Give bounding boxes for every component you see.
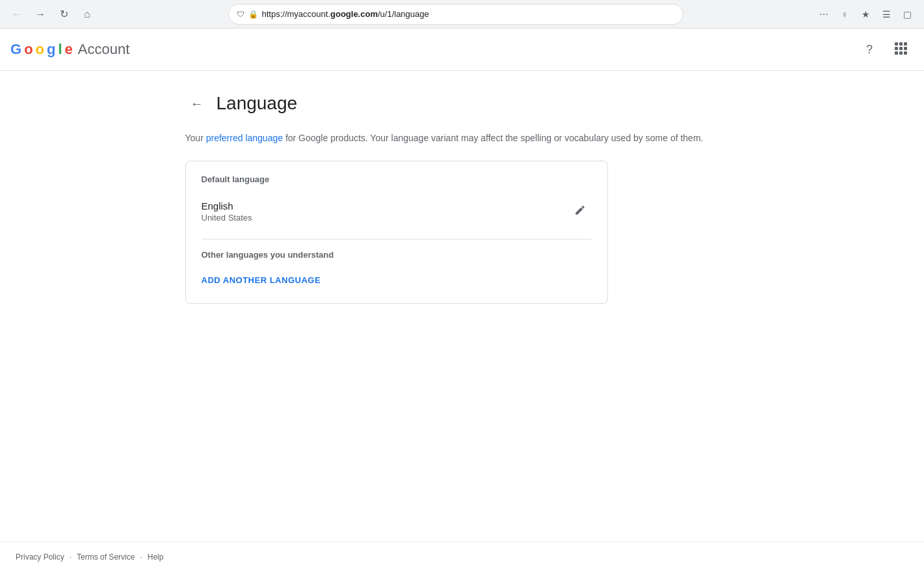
svg-rect-8 [904,51,907,55]
url-text: https://myaccount.google.com/u/1/languag… [262,9,429,19]
svg-rect-1 [899,42,903,46]
pencil-icon [574,204,586,219]
apps-button[interactable] [888,36,914,62]
logo-letter-e: e [65,41,73,58]
logo-letter-g2: g [47,41,55,58]
logo-account-text: Account [78,41,130,58]
shield-icon: 🛡 [237,10,244,19]
edit-language-button[interactable] [568,200,592,223]
preferred-language-link[interactable]: preferred language [206,133,283,143]
pocket-icon[interactable]: ♀ [836,5,854,23]
header-right: ? [856,36,914,62]
sidebar-icon[interactable]: ▢ [898,5,916,23]
language-row: English United States [202,195,592,228]
language-info: English United States [202,200,252,223]
language-card: Default language English United States O… [185,161,608,304]
lock-icon: 🔒 [248,10,258,19]
svg-rect-2 [904,42,907,46]
add-language-button[interactable]: ADD ANOTHER LANGUAGE [202,270,321,290]
description-text-before: Your [185,133,206,143]
main-content: ← Language Your preferred language for G… [170,71,755,325]
more-options-icon[interactable]: ⋯ [815,5,833,23]
divider [202,239,592,239]
page-title-row: ← Language [185,92,739,115]
page-description: Your preferred language for Google produ… [185,131,739,145]
logo-letter-l: l [58,41,62,58]
svg-rect-6 [895,51,898,55]
google-logo[interactable]: GoogleAccount [10,41,129,58]
address-bar[interactable]: 🛡 🔒 https://myaccount.google.com/u/1/lan… [228,4,683,25]
page-header: GoogleAccount ? [0,29,924,71]
default-language-label: Default language [202,174,592,184]
back-button[interactable]: ← [185,92,209,115]
language-name: English [202,200,252,211]
svg-rect-0 [895,42,898,46]
forward-nav-button[interactable]: → [31,5,49,23]
bookmark-icon[interactable]: ★ [856,5,875,23]
svg-rect-4 [899,47,903,50]
svg-rect-5 [904,47,907,50]
other-languages-label: Other languages you understand [202,250,592,260]
page-title: Language [217,93,298,114]
browser-chrome: ← → ↻ ⌂ 🛡 🔒 https://myaccount.google.com… [0,0,924,29]
browser-right-icons: ⋯ ♀ ★ ☰ ▢ [815,5,916,23]
logo-letter-o2: o [36,41,44,58]
logo-letter-g: G [10,41,21,58]
logo-letter-o1: o [24,41,33,58]
apps-grid-icon [894,42,907,58]
reading-list-icon[interactable]: ☰ [877,5,895,23]
svg-rect-3 [895,47,898,50]
back-arrow-icon: ← [191,96,204,111]
description-text-after: for Google products. Your language varia… [283,133,703,143]
language-region: United States [202,213,252,223]
back-nav-button[interactable]: ← [8,5,26,23]
reload-button[interactable]: ↻ [55,5,73,23]
help-icon: ? [866,43,873,57]
home-button[interactable]: ⌂ [78,5,96,23]
svg-rect-7 [899,51,903,55]
help-button[interactable]: ? [856,36,882,62]
